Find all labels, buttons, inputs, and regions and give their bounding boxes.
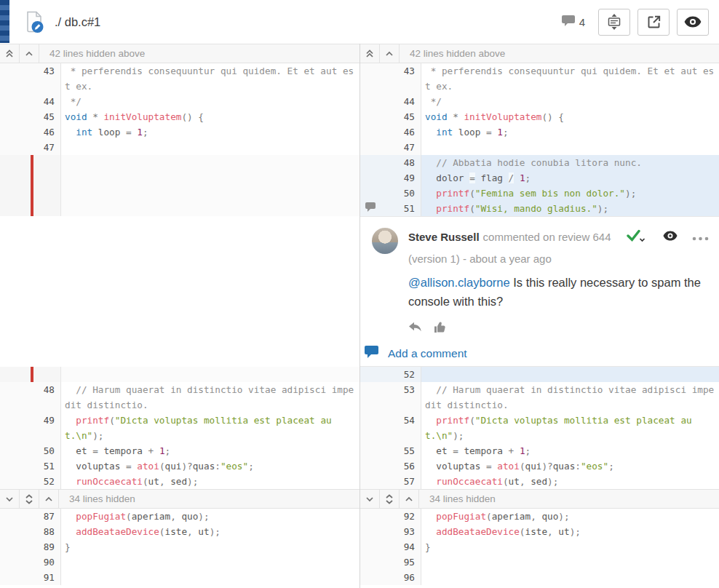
approve-check-icon[interactable] <box>627 228 648 246</box>
code-row[interactable]: 57 runOccaecati(ut, sed); <box>360 474 719 489</box>
code-row[interactable]: 89} <box>0 539 360 555</box>
code-token <box>425 157 436 168</box>
line-number[interactable]: 51 <box>381 201 421 216</box>
code-row[interactable]: 46 int loop = 1; <box>0 124 360 140</box>
comment-author[interactable]: Steve Russell <box>408 231 480 243</box>
code-row[interactable]: 52 <box>360 367 719 382</box>
line-number[interactable]: 46 <box>381 124 421 140</box>
line-number[interactable]: 91 <box>20 570 61 585</box>
line-number[interactable]: 95 <box>381 555 421 570</box>
code-row[interactable]: 53 // Harum quaerat in distinctio vitae … <box>360 382 719 413</box>
line-number[interactable]: 93 <box>381 524 421 539</box>
open-in-new-button[interactable] <box>637 9 670 36</box>
code-row[interactable]: 44 */ <box>360 94 719 109</box>
code-row[interactable]: 95 <box>360 555 719 570</box>
code-row[interactable]: 56 voluptas = atoi(qui)?quas:"eos"; <box>360 458 719 474</box>
line-number[interactable]: 55 <box>381 443 421 458</box>
line-number[interactable]: 53 <box>381 382 421 413</box>
double-chevron-up-button[interactable] <box>360 44 380 63</box>
line-number[interactable]: 94 <box>381 539 421 555</box>
code-row[interactable]: 55 et = tempora + 1; <box>360 443 719 458</box>
line-number[interactable]: 54 <box>381 413 421 443</box>
line-number[interactable]: 88 <box>20 524 61 539</box>
code-row[interactable]: 49 dolor = flag / 1; <box>360 170 719 186</box>
chevron-up-button[interactable] <box>20 44 39 63</box>
line-number[interactable]: 48 <box>20 382 61 413</box>
line-number[interactable]: 48 <box>381 155 421 170</box>
code-row[interactable]: 51 voluptas = atoi(qui)?quas:"eos"; <box>0 458 360 474</box>
code-row[interactable]: 47 <box>360 140 719 155</box>
line-number[interactable]: 51 <box>20 458 61 474</box>
code-row[interactable]: 43 * perferendis consequuntur qui quidem… <box>360 63 719 94</box>
code-row[interactable]: 93 addBeataeDevice(iste, ut); <box>360 524 719 539</box>
line-number[interactable]: 87 <box>20 509 61 524</box>
line-number[interactable]: 49 <box>381 170 421 186</box>
toggle-diff-eye-button[interactable] <box>677 9 709 36</box>
gutter-cell <box>360 509 381 524</box>
code-row[interactable]: 50 et = tempora + 1; <box>0 443 360 458</box>
line-number[interactable]: 52 <box>20 474 61 489</box>
code-token: : <box>575 461 581 472</box>
line-number[interactable]: 52 <box>381 367 421 382</box>
line-number[interactable]: 90 <box>20 555 61 570</box>
line-number[interactable]: 46 <box>20 124 61 140</box>
line-number[interactable]: 49 <box>20 413 61 443</box>
like-thumb-icon[interactable] <box>434 321 446 336</box>
line-number[interactable]: 56 <box>381 458 421 474</box>
code-row[interactable]: 94} <box>360 539 719 555</box>
code-token: quo <box>541 511 558 522</box>
mention-link[interactable]: @allison.clayborne <box>408 276 510 289</box>
code-row[interactable]: 45void * initVoluptatem() { <box>360 109 719 124</box>
code-row[interactable]: 43 * perferendis consequuntur qui quidem… <box>0 63 360 94</box>
line-number[interactable]: 43 <box>20 63 61 94</box>
line-number[interactable]: 47 <box>20 140 61 155</box>
code-row[interactable]: 90 <box>0 555 360 570</box>
code-row[interactable]: 50 printf("Femina sem bis non dolor."); <box>360 186 719 201</box>
code-row[interactable]: 48 // Abbatia hodie conubia litora nunc. <box>360 155 719 170</box>
drag-handle[interactable] <box>0 0 9 43</box>
line-number[interactable]: 96 <box>381 570 421 585</box>
line-number[interactable]: 89 <box>20 539 61 555</box>
chevron-down-button[interactable] <box>0 490 20 508</box>
line-number[interactable]: 44 <box>20 94 61 109</box>
double-chevron-up-button[interactable] <box>0 44 20 63</box>
code-row[interactable]: 47 <box>0 140 360 155</box>
line-number[interactable]: 43 <box>381 63 421 94</box>
comment-menu-ellipsis-icon[interactable] <box>692 231 709 243</box>
code-row[interactable]: 51 printf("Wisi, mando gladius."); <box>360 201 719 216</box>
gutter-cell <box>0 555 20 570</box>
line-number[interactable]: 50 <box>20 443 61 458</box>
code-row[interactable]: 44 */ <box>0 94 360 109</box>
reply-icon[interactable] <box>408 322 422 335</box>
comment-eye-icon[interactable] <box>663 231 678 243</box>
code-row[interactable]: 48 // Harum quaerat in distinctio vitae … <box>0 382 360 413</box>
line-number[interactable]: 44 <box>381 94 421 109</box>
code-row[interactable]: 91 <box>0 570 360 585</box>
chevron-up-button[interactable] <box>39 490 59 508</box>
code-row[interactable]: 54 printf("Dicta voluptas mollitia est p… <box>360 413 719 443</box>
chevron-down-button[interactable] <box>360 490 380 508</box>
code-row[interactable]: 96 <box>360 570 719 585</box>
add-comment-button[interactable]: Add a comment <box>365 346 710 361</box>
line-number[interactable]: 45 <box>381 109 421 124</box>
line-number[interactable]: 45 <box>20 109 61 124</box>
code-row[interactable]: 87 popFugiat(aperiam, quo); <box>0 509 360 524</box>
code-row[interactable]: 45void * initVoluptatem() { <box>0 109 360 124</box>
chevron-updown-button[interactable] <box>380 490 400 508</box>
code-row[interactable]: 52 runOccaecati(ut, sed); <box>0 474 360 489</box>
comment-bubble-icon[interactable] <box>365 201 376 216</box>
line-number[interactable]: 47 <box>381 140 421 155</box>
collapse-comments-button[interactable] <box>598 9 630 36</box>
chevron-up-button[interactable] <box>400 490 419 508</box>
chevron-up-button[interactable] <box>380 44 400 63</box>
avatar[interactable] <box>372 228 398 254</box>
line-number[interactable]: 50 <box>381 186 421 201</box>
code-row[interactable]: 88 addBeataeDevice(iste, ut); <box>0 524 360 539</box>
chevron-updown-button[interactable] <box>20 490 39 508</box>
code-row[interactable]: 92 popFugiat(aperiam, quo); <box>360 509 719 524</box>
line-number[interactable]: 57 <box>381 474 421 489</box>
code-row[interactable]: 46 int loop = 1; <box>360 124 719 140</box>
code-row[interactable]: 49 printf("Dicta voluptas mollitia est p… <box>0 413 360 443</box>
line-number[interactable]: 92 <box>381 509 421 524</box>
code-token: printf <box>436 415 469 426</box>
